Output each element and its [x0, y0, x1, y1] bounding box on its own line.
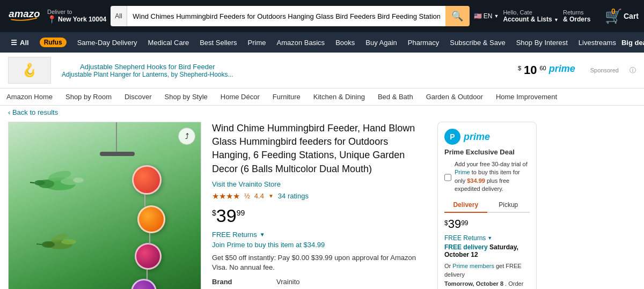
chevron-down-icon: ▼ [554, 17, 559, 23]
tab-pickup[interactable]: Pickup [487, 198, 530, 212]
attr-brand: Brand Vrainito [212, 278, 427, 286]
big-deals-text: Big deals start tomorrow [621, 39, 644, 47]
city-label: New York 10004 [58, 16, 106, 23]
account-block[interactable]: Hello, Cate Account & Lists ▼ [503, 9, 559, 23]
feeder-ball-3 [135, 243, 162, 270]
greeting-label: Hello, Cate [503, 9, 559, 16]
deliver-to-label: Deliver to [47, 9, 106, 15]
free-delivery-text: FREE delivery [444, 243, 488, 251]
wire-2-3 [149, 233, 150, 244]
banner-line2: Adjustable Plant Hanger for Lanterns, by… [62, 71, 233, 78]
lang-label: EN [484, 12, 493, 20]
hamburger-icon: ☰ [11, 39, 17, 47]
promo-banner: 🪝 Adjustable Shepherd Hooks for Bird Fee… [0, 53, 644, 88]
search-bar: All 🔍 [111, 6, 470, 26]
product-title: Wind Chime Hummingbird Feeder, Hand Blow… [212, 122, 427, 176]
subheader-rufus[interactable]: Rufus [34, 34, 72, 50]
cat-home-improvement[interactable]: Home Improvement [489, 88, 564, 105]
free-returns-link[interactable]: FREE Returns ▼ [212, 231, 427, 239]
prime-checkbox-row: Add your free 30-day trial of Prime to b… [444, 160, 530, 194]
panel-cents: 99 [461, 217, 468, 227]
nav-books[interactable]: Books [330, 35, 360, 50]
svg-point-7 [73, 177, 84, 183]
orders-label: & Orders [563, 16, 601, 23]
banner-price-block: $ 10 60 prime [518, 63, 575, 77]
back-label: Back to results [12, 108, 58, 116]
feeder-ball-4 [131, 279, 157, 289]
returns-block[interactable]: Returns & Orders [563, 9, 601, 23]
search-button[interactable]: 🔍 [445, 6, 470, 26]
cat-home-decor[interactable]: Home Décor [214, 88, 266, 105]
brand-value: Vrainito [276, 278, 300, 286]
back-to-results-link[interactable]: ‹ Back to results [8, 106, 58, 122]
price-main: 39 [216, 205, 237, 226]
chevron-down-returns: ▼ [260, 232, 265, 238]
main-content: ⤴ Wind Chime Hummingbird Feeder, Hand Bl… [0, 119, 644, 289]
credit-offer-label: Get $50 off instantly: Pay $0.00 $39.99 … [212, 254, 416, 271]
prime-members-link[interactable]: Prime members [452, 263, 494, 269]
cart-block[interactable]: 🛒 0 Cart [605, 8, 639, 25]
product-image-bg [9, 122, 201, 289]
banner-price-cents: 60 [540, 63, 546, 71]
language-selector[interactable]: 🇺🇸 EN ▼ [474, 12, 499, 20]
nav-medical[interactable]: Medical Care [143, 35, 195, 50]
account-label: Account & Lists ▼ [503, 16, 559, 23]
cat-amazon-home[interactable]: Amazon Home [0, 88, 59, 105]
panel-price: $ 39 99 [444, 217, 530, 231]
nav-best-sellers[interactable]: Best Sellers [194, 35, 242, 50]
chevron-down-ratings: ▼ [268, 193, 274, 199]
cat-garden[interactable]: Garden & Outdoor [420, 88, 489, 105]
back-link-container: ‹ Back to results [0, 106, 644, 119]
price-dollar: $ [212, 205, 216, 217]
prime-trial-checkbox[interactable] [444, 161, 451, 194]
cat-furniture[interactable]: Furniture [266, 88, 307, 105]
nav-buy-again[interactable]: Buy Again [360, 35, 402, 50]
deliver-location[interactable]: Deliver to 📍 New York 10004 [47, 9, 106, 24]
all-label: All [20, 39, 29, 47]
nav-same-day[interactable]: Same-Day Delivery [72, 35, 143, 50]
nav-livestreams[interactable]: Livestreams [573, 35, 621, 50]
prime-members-delivery: Or Prime members get FREE delivery Tomor… [444, 262, 530, 289]
prime-deal-box: P prime Prime Exclusive Deal Add your fr… [437, 122, 537, 289]
banner-text-block: Adjustable Shepherd Hooks for Bird Feede… [62, 63, 233, 78]
cat-bed-bath[interactable]: Bed & Bath [371, 88, 420, 105]
tomorrow-date: Tomorrow, October 8 [444, 280, 503, 287]
price-block: $ 39 99 [212, 205, 427, 226]
prime-trial-price: $34.99 [467, 177, 485, 184]
info-icon: ⓘ [630, 66, 636, 75]
share-button[interactable]: ⤴ [178, 128, 195, 145]
cat-kitchen[interactable]: Kitchen & Dining [307, 88, 371, 105]
subheader-nav: ☰ All Rufus Same-Day Delivery Medical Ca… [0, 32, 644, 53]
brand-label: Brand [212, 278, 276, 286]
nav-shop-interest[interactable]: Shop By Interest [511, 35, 573, 50]
all-menu-button[interactable]: ☰ All [5, 35, 34, 50]
share-icon: ⤴ [185, 132, 189, 140]
free-returns-panel[interactable]: FREE Returns ▼ [444, 234, 530, 242]
nav-pharmacy[interactable]: Pharmacy [402, 35, 445, 50]
prime-icon: P [444, 129, 460, 145]
rating-count[interactable]: 34 ratings [278, 192, 309, 200]
product-images-section: ⤴ [8, 122, 201, 289]
returns-label: Returns [563, 9, 601, 16]
hummingbird-1 [30, 165, 84, 202]
or-label: Or [444, 263, 451, 269]
right-panel: P prime Prime Exclusive Deal Add your fr… [437, 122, 537, 289]
join-prime-link[interactable]: Join Prime to buy this item at $34.99 [212, 241, 427, 249]
amazon-logo[interactable]: amazon [5, 2, 43, 31]
nav-prime[interactable]: Prime [243, 35, 272, 50]
cat-discover[interactable]: Discover [118, 88, 158, 105]
tab-delivery[interactable]: Delivery [444, 198, 487, 213]
rating-value: 4.4 [254, 192, 264, 200]
nav-basics[interactable]: Amazon Basics [272, 35, 331, 50]
store-link[interactable]: Visit the Vrainito Store [212, 180, 281, 188]
search-input[interactable] [127, 6, 445, 26]
nav-subscribe-save[interactable]: Subscribe & Save [444, 35, 510, 50]
cat-shop-style[interactable]: Shop by Style [158, 88, 214, 105]
search-category-select[interactable]: All [111, 6, 127, 26]
banner-image: 🪝 [8, 57, 51, 84]
prime-link[interactable]: Prime [455, 169, 470, 175]
cat-shop-room[interactable]: Shop by Room [59, 88, 118, 105]
wire [116, 122, 117, 154]
svg-line-11 [36, 244, 42, 244]
half-star: ½ [244, 192, 250, 200]
